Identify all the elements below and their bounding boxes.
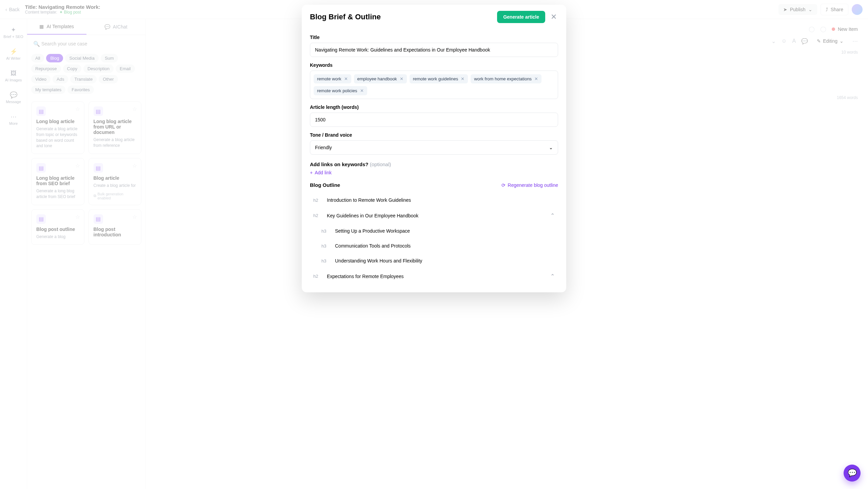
outline-title: Blog Outline <box>310 182 340 188</box>
tone-select[interactable]: Friendly ⌄ <box>310 140 558 155</box>
heading-level: h2 <box>313 198 321 203</box>
chevron-up-icon[interactable]: ⌃ <box>550 212 555 219</box>
outline-text: Understanding Work Hours and Flexibility <box>335 258 555 263</box>
add-link-button[interactable]: + Add link <box>310 170 558 175</box>
outline-text: Expectations for Remote Employees <box>327 274 545 279</box>
plus-icon: + <box>310 170 313 175</box>
title-input[interactable] <box>310 43 558 57</box>
outline-text: Key Guidelines in Our Employee Handbook <box>327 213 545 218</box>
tone-label: Tone / Brand voice <box>310 132 558 138</box>
outline-item[interactable]: h3Understanding Work Hours and Flexibili… <box>310 253 558 268</box>
remove-keyword-icon[interactable]: ✕ <box>534 76 538 81</box>
generate-article-button[interactable]: Generate article <box>497 11 545 23</box>
keyword-text: remote work policies <box>317 88 357 93</box>
regenerate-outline-button[interactable]: ⟳ Regenerate blog outline <box>501 182 558 188</box>
outline-text: Setting Up a Productive Workspace <box>335 228 555 234</box>
length-label: Article length (words) <box>310 104 558 110</box>
remove-keyword-icon[interactable]: ✕ <box>400 76 403 81</box>
keyword-chip: remote work policies✕ <box>314 86 367 95</box>
heading-level: h2 <box>313 274 321 279</box>
outline-item[interactable]: h3Setting Up a Productive Workspace <box>310 223 558 238</box>
title-label: Title <box>310 35 558 40</box>
remove-keyword-icon[interactable]: ✕ <box>360 88 364 93</box>
chat-bubble-icon: 💬 <box>848 469 857 477</box>
chevron-up-icon[interactable]: ⌃ <box>550 273 555 279</box>
keyword-chip: work from home expectations✕ <box>471 74 541 83</box>
heading-level: h3 <box>321 243 330 249</box>
outline-item[interactable]: h2Expectations for Remote Employees⌃ <box>310 268 558 284</box>
keyword-chip: remote work✕ <box>314 74 351 83</box>
blog-brief-modal: Blog Brief & Outline Generate article ✕ … <box>302 5 566 292</box>
heading-level: h3 <box>321 229 330 234</box>
links-optional: (optional) <box>370 161 391 167</box>
heading-level: h2 <box>313 213 321 218</box>
keyword-chip: employee handbook✕ <box>354 74 407 83</box>
outline-item[interactable]: h3Communication Tools and Protocols <box>310 238 558 253</box>
outline-item[interactable]: h2Key Guidelines in Our Employee Handboo… <box>310 208 558 223</box>
outline-item[interactable]: h2Introduction to Remote Work Guidelines <box>310 193 558 208</box>
remove-keyword-icon[interactable]: ✕ <box>344 76 348 81</box>
modal-title: Blog Brief & Outline <box>310 13 493 21</box>
refresh-icon: ⟳ <box>501 182 506 188</box>
chat-fab[interactable]: 💬 <box>844 465 861 482</box>
add-link-label: Add link <box>315 170 332 175</box>
keyword-text: remote work guidelines <box>413 76 458 81</box>
keyword-text: employee handbook <box>357 76 397 81</box>
regenerate-label: Regenerate blog outline <box>508 182 558 188</box>
close-icon[interactable]: ✕ <box>549 11 558 23</box>
remove-keyword-icon[interactable]: ✕ <box>461 76 465 81</box>
chevron-down-icon: ⌄ <box>549 145 553 150</box>
heading-level: h3 <box>321 258 330 263</box>
keyword-chip: remote work guidelines✕ <box>410 74 468 83</box>
modal-overlay: Blog Brief & Outline Generate article ✕ … <box>0 0 868 489</box>
outline-text: Communication Tools and Protocols <box>335 243 555 249</box>
outline-text: Introduction to Remote Work Guidelines <box>327 197 555 203</box>
links-label: Add links on keywords? <box>310 161 369 167</box>
keywords-box[interactable]: remote work✕employee handbook✕remote wor… <box>310 71 558 99</box>
tone-value: Friendly <box>315 145 332 150</box>
length-input[interactable] <box>310 113 558 127</box>
keywords-label: Keywords <box>310 62 558 68</box>
keyword-text: work from home expectations <box>474 76 532 81</box>
keyword-text: remote work <box>317 76 341 81</box>
